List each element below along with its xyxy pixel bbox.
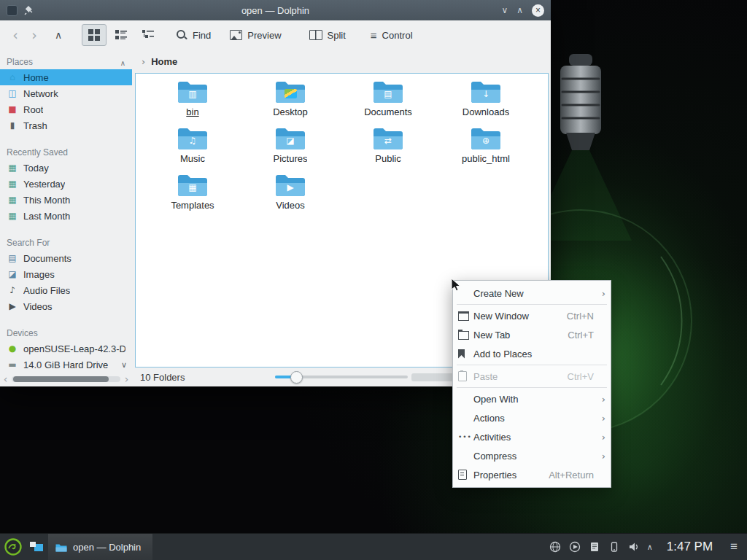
details-view-button[interactable] bbox=[136, 24, 160, 46]
menu-item-properties[interactable]: PropertiesAlt+Return bbox=[453, 465, 611, 484]
preview-button[interactable]: Preview bbox=[230, 30, 281, 41]
sidebar-item-images[interactable]: ◪Images bbox=[0, 266, 132, 282]
opensuse-leap-42-3-d-icon: ● bbox=[7, 344, 18, 353]
menu-shortcut: Ctrl+V bbox=[568, 371, 594, 382]
find-button[interactable]: Find bbox=[177, 30, 211, 41]
sidebar-item-home[interactable]: ⌂Home bbox=[0, 69, 132, 85]
folder-emblem: ♫ bbox=[177, 135, 209, 147]
split-label: Split bbox=[328, 30, 346, 41]
today-icon: ▦ bbox=[7, 163, 18, 172]
sidebar-item-audio-files[interactable]: ♪Audio Files bbox=[0, 282, 132, 298]
sidebar-item-this-month[interactable]: ▦This Month bbox=[0, 192, 132, 208]
details-view-icon bbox=[142, 29, 154, 41]
menu-item-actions[interactable]: Actions› bbox=[453, 408, 611, 427]
sidebar-item-label: Network bbox=[23, 88, 58, 99]
menu-item-create-new[interactable]: Create New› bbox=[453, 284, 611, 303]
sidebar-item-opensuse-leap-42-3-d[interactable]: ●openSUSE-Leap-42.3-D bbox=[0, 341, 132, 357]
sidebar-item-yesterday[interactable]: ▦Yesterday bbox=[0, 176, 132, 192]
properties-icon bbox=[458, 470, 473, 480]
folder-public-html[interactable]: ⊕public_html bbox=[437, 125, 535, 172]
folder-icon bbox=[55, 542, 67, 552]
folder-downloads[interactable]: ↓Downloads bbox=[437, 79, 535, 125]
folder-emblem: ⇄ bbox=[372, 135, 404, 147]
folder-label: Documents bbox=[364, 106, 412, 117]
images-icon: ◪ bbox=[7, 270, 18, 279]
sidebar-item-label: Videos bbox=[23, 301, 53, 312]
folder-pictures[interactable]: ◪Pictures bbox=[241, 125, 339, 172]
yesterday-icon: ▦ bbox=[7, 179, 18, 188]
folder-templates[interactable]: ▦Templates bbox=[144, 172, 241, 219]
scrollbar-track[interactable] bbox=[12, 376, 120, 382]
folder-music[interactable]: ♫Music bbox=[144, 125, 241, 172]
sidebar-item-last-month[interactable]: ▦Last Month bbox=[0, 208, 132, 224]
sidebar-item-today[interactable]: ▦Today bbox=[0, 160, 132, 176]
device-notifier-icon[interactable] bbox=[608, 540, 621, 553]
breadcrumb-chevron-icon[interactable]: › bbox=[142, 56, 145, 67]
tray-globe-icon[interactable] bbox=[549, 540, 562, 553]
menu-item-new-window[interactable]: New WindowCtrl+N bbox=[453, 306, 611, 325]
up-button[interactable]: ∧ bbox=[50, 30, 67, 40]
icons-view-button[interactable] bbox=[82, 24, 107, 46]
statusbar-summary: 10 Folders bbox=[140, 372, 185, 383]
sidebar-horizontal-scrollbar[interactable]: ‹ › bbox=[1, 374, 131, 384]
menu-item-label: Open With bbox=[473, 394, 597, 405]
folder-public[interactable]: ⇄Public bbox=[339, 125, 437, 172]
pin-icon[interactable] bbox=[24, 5, 34, 15]
folder-label: Videos bbox=[276, 200, 305, 211]
dots-icon: ••• bbox=[458, 433, 473, 440]
sidebar-section-search-for: Search For bbox=[0, 237, 132, 249]
menu-item-activities[interactable]: •••Activities› bbox=[453, 427, 611, 446]
menu-item-add-to-places[interactable]: Add to Places bbox=[453, 344, 611, 363]
minimize-button[interactable]: ∨ bbox=[501, 6, 508, 15]
folder-videos[interactable]: ▶Videos bbox=[241, 172, 339, 219]
sidebar-item-trash[interactable]: ▮Trash bbox=[0, 117, 132, 133]
clock[interactable]: 1:47 PM bbox=[667, 540, 713, 554]
sidebar-item-label: Audio Files bbox=[23, 285, 70, 296]
menu-item-label: Properties bbox=[473, 470, 549, 481]
folder-emblem: ▤ bbox=[372, 88, 404, 101]
app-launcher-button[interactable] bbox=[0, 534, 26, 560]
dots-glyph: ••• bbox=[458, 433, 472, 440]
breadcrumb-home[interactable]: Home bbox=[151, 56, 177, 67]
forward-button[interactable]: › bbox=[25, 28, 44, 42]
zoom-slider-handle[interactable] bbox=[290, 371, 303, 384]
submenu-arrow-icon: › bbox=[597, 451, 605, 462]
sidebar-item-root[interactable]: ■Root bbox=[0, 101, 132, 117]
sidebar-item-videos[interactable]: ▶Videos bbox=[0, 298, 132, 314]
control-label: Control bbox=[382, 30, 413, 41]
close-button[interactable]: × bbox=[532, 4, 544, 17]
sidebar-item-label: Documents bbox=[23, 253, 71, 264]
folder-emblem: ▦ bbox=[177, 182, 209, 194]
taskbar-task-dolphin[interactable]: open — Dolphin bbox=[48, 534, 152, 560]
scroll-left-icon[interactable]: ‹ bbox=[1, 374, 9, 384]
titlebar[interactable]: open — Dolphin ∨ ∧ × bbox=[0, 0, 551, 20]
folder-icon: ♫ bbox=[177, 125, 209, 151]
sidebar-item-14-0-gib-hard-drive[interactable]: ▬14.0 GiB Hard Drive∨ bbox=[0, 357, 132, 373]
scrollbar-thumb[interactable] bbox=[13, 376, 109, 382]
sidebar-item-documents[interactable]: ▤Documents bbox=[0, 250, 132, 266]
back-button[interactable]: ‹ bbox=[6, 28, 25, 42]
home-icon: ⌂ bbox=[7, 73, 18, 82]
compact-view-button[interactable] bbox=[109, 24, 133, 46]
media-player-icon[interactable] bbox=[568, 540, 581, 553]
menu-item-open-with[interactable]: Open With› bbox=[453, 389, 611, 408]
scroll-right-icon[interactable]: › bbox=[123, 374, 131, 384]
menu-item-new-tab[interactable]: New TabCtrl+T bbox=[453, 325, 611, 344]
pager-widget[interactable] bbox=[26, 534, 47, 560]
control-button[interactable]: ≡ Control bbox=[371, 30, 413, 41]
maximize-button[interactable]: ∧ bbox=[516, 6, 523, 15]
volume-icon[interactable] bbox=[627, 540, 640, 553]
clipboard-icon[interactable] bbox=[588, 540, 601, 553]
sidebar-item-label: Today bbox=[23, 163, 49, 174]
expand-tray-icon[interactable]: ∧ bbox=[647, 542, 653, 552]
folder-desktop[interactable]: Desktop bbox=[241, 79, 339, 125]
folder-bin[interactable]: ▥bin bbox=[144, 79, 241, 125]
folder-documents[interactable]: ▤Documents bbox=[339, 79, 437, 125]
menu-item-compress[interactable]: Compress› bbox=[453, 446, 611, 465]
chevron-down-icon[interactable]: ∨ bbox=[121, 360, 127, 370]
collapse-chevron-icon[interactable]: ∧ bbox=[120, 58, 125, 69]
split-button[interactable]: Split bbox=[309, 30, 346, 41]
sidebar-item-network[interactable]: ◫Network bbox=[0, 85, 132, 101]
task-label: open — Dolphin bbox=[73, 542, 141, 553]
panel-settings-icon[interactable]: ≡ bbox=[725, 540, 743, 554]
